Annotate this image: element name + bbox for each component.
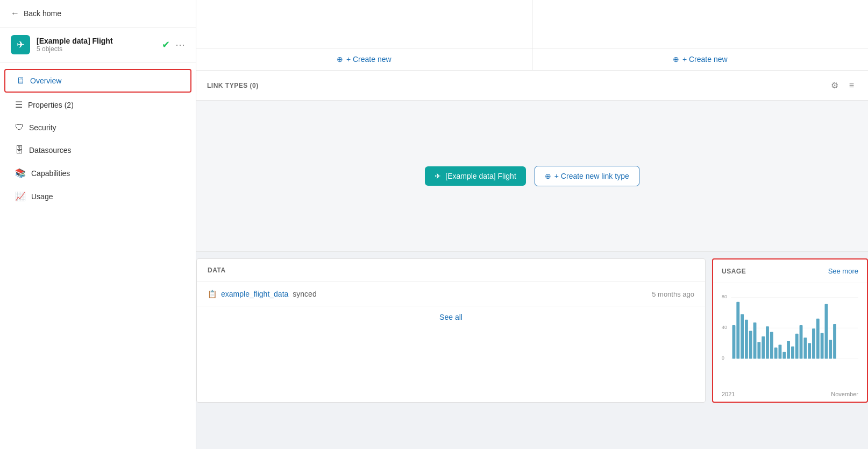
more-options-button[interactable]: ⋯: [175, 39, 185, 51]
data-row: 📋 example_flight_data synced 5 months ag…: [197, 282, 705, 306]
usage-title: USAGE: [722, 268, 746, 275]
sidebar-item-capabilities-label: Capabilities: [31, 169, 70, 178]
flight-node-icon: ✈: [435, 172, 441, 180]
svg-rect-10: [749, 331, 752, 359]
app-title: [Example data] Flight: [37, 37, 155, 45]
plane-icon: ✈: [17, 39, 25, 51]
sidebar: ← Back home ✈ [Example data] Flight 5 ob…: [0, 0, 196, 449]
svg-rect-22: [800, 325, 803, 359]
svg-rect-27: [821, 333, 824, 359]
plus-icon-left: ⊕: [337, 55, 343, 64]
sidebar-item-datasources-label: Datasources: [29, 146, 72, 155]
sidebar-item-usage[interactable]: 📈 Usage: [4, 185, 191, 207]
svg-rect-15: [770, 332, 773, 359]
sidebar-item-security[interactable]: 🛡 Security: [4, 117, 191, 138]
svg-rect-11: [753, 322, 757, 359]
link-types-body: ✈ [Example data] Flight ⊕ + Create new l…: [196, 101, 868, 251]
create-new-right-button[interactable]: ⊕ + Create new: [532, 48, 869, 70]
chart-area: 80 40 0: [713, 283, 867, 391]
sidebar-item-properties-label: Properties (2): [28, 101, 74, 109]
sidebar-item-overview[interactable]: 🖥 Overview: [4, 69, 191, 93]
svg-rect-20: [791, 346, 794, 359]
svg-rect-18: [782, 352, 786, 359]
see-more-button[interactable]: See more: [828, 267, 858, 275]
create-new-left-button[interactable]: ⊕ + Create new: [196, 48, 532, 70]
svg-rect-9: [745, 320, 748, 359]
back-home-button[interactable]: ← Back home: [0, 0, 196, 27]
menu-icon[interactable]: ≡: [846, 79, 857, 93]
datasource-link[interactable]: example_flight_data: [221, 290, 288, 298]
chart-x-labels: 2021 November: [713, 391, 867, 402]
svg-rect-19: [787, 341, 790, 359]
svg-rect-14: [766, 326, 769, 359]
chart-label-november: November: [831, 391, 858, 397]
app-subtitle: 5 objects: [37, 45, 155, 53]
nav-menu: 🖥 Overview ☰ Properties (2) 🛡 Security 🗄…: [0, 62, 196, 214]
monitor-icon: 🖥: [16, 76, 25, 86]
list-icon: ☰: [15, 100, 23, 110]
status-check-icon: ✔: [162, 39, 170, 51]
svg-text:0: 0: [722, 355, 724, 361]
sidebar-item-properties[interactable]: ☰ Properties (2): [4, 94, 191, 116]
data-panel: DATA 📋 example_flight_data synced 5 mont…: [196, 258, 706, 403]
usage-chart: 80 40 0: [722, 292, 858, 387]
svg-rect-7: [736, 302, 739, 359]
data-row-left: 📋 example_flight_data synced: [208, 290, 317, 298]
filter-icon[interactable]: ⚙: [828, 78, 842, 93]
top-panel-left: ⊕ + Create new: [196, 0, 532, 70]
sidebar-item-overview-label: Overview: [30, 76, 61, 85]
svg-rect-17: [779, 345, 782, 359]
link-types-section: LINK TYPES (0) ⚙ ≡ ✈ [Example data] Flig…: [196, 71, 868, 252]
flight-node-label: [Example data] Flight: [445, 172, 516, 180]
app-status: ✔ ⋯: [162, 39, 185, 51]
svg-text:40: 40: [722, 325, 727, 330]
link-type-diagram: ✈ [Example data] Flight ⊕ + Create new l…: [425, 166, 639, 186]
datasource-status: synced: [293, 290, 316, 298]
layers-icon: 📚: [15, 168, 26, 178]
app-header: ✈ [Example data] Flight 5 objects ✔ ⋯: [0, 27, 196, 62]
back-home-label: Back home: [24, 9, 61, 18]
main-content: ⊕ + Create new ⊕ + Create new LINK TYPES…: [196, 0, 868, 449]
back-arrow-icon: ←: [11, 9, 19, 18]
svg-rect-13: [762, 336, 765, 359]
usage-panel: USAGE See more 80 40 0: [712, 258, 868, 403]
link-types-header: LINK TYPES (0) ⚙ ≡: [196, 71, 868, 101]
link-types-actions: ⚙ ≡: [828, 78, 857, 93]
plus-link-icon: ⊕: [545, 172, 551, 180]
top-panel-right: ⊕ + Create new: [532, 0, 869, 70]
see-all-button[interactable]: See all: [197, 306, 705, 328]
svg-rect-6: [732, 325, 736, 359]
bottom-section: DATA 📋 example_flight_data synced 5 mont…: [196, 252, 868, 409]
app-icon: ✈: [11, 35, 30, 54]
svg-rect-28: [824, 304, 828, 359]
svg-rect-25: [812, 328, 815, 359]
sidebar-item-capabilities[interactable]: 📚 Capabilities: [4, 162, 191, 184]
create-new-link-type-button[interactable]: ⊕ + Create new link type: [535, 166, 639, 186]
svg-rect-8: [741, 314, 744, 359]
sidebar-item-datasources[interactable]: 🗄 Datasources: [4, 139, 191, 161]
svg-rect-21: [795, 334, 799, 359]
sidebar-item-security-label: Security: [29, 123, 56, 132]
svg-rect-24: [808, 343, 811, 359]
data-section-title: DATA: [197, 259, 705, 282]
svg-rect-16: [774, 348, 778, 359]
datasource-icon: 📋: [208, 290, 217, 298]
plus-icon-right: ⊕: [673, 55, 679, 64]
shield-icon: 🛡: [15, 123, 24, 132]
flight-node: ✈ [Example data] Flight: [425, 166, 526, 186]
create-new-right-label: + Create new: [682, 55, 728, 64]
create-link-label: + Create new link type: [554, 172, 629, 180]
chart-label-2021: 2021: [722, 391, 735, 397]
top-panels: ⊕ + Create new ⊕ + Create new: [196, 0, 868, 71]
sidebar-item-usage-label: Usage: [31, 192, 53, 201]
create-new-left-label: + Create new: [346, 55, 392, 64]
app-title-block: [Example data] Flight 5 objects: [37, 37, 155, 53]
usage-header: USAGE See more: [713, 259, 867, 283]
svg-text:80: 80: [722, 294, 727, 299]
chart-icon: 📈: [15, 191, 26, 201]
database-icon: 🗄: [15, 145, 24, 155]
svg-rect-12: [757, 342, 760, 359]
svg-rect-30: [833, 324, 836, 359]
datasource-time: 5 months ago: [652, 290, 694, 298]
svg-rect-29: [829, 340, 832, 359]
